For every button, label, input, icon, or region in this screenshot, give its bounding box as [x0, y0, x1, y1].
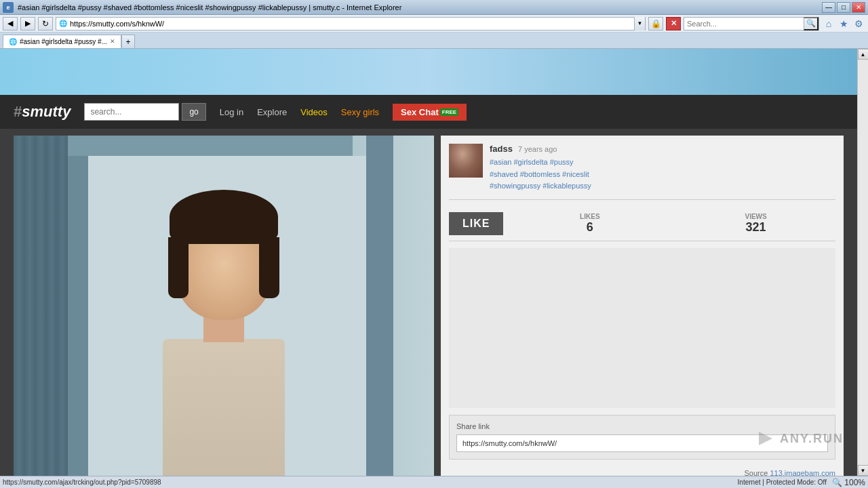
likes-stat: LIKES 6 [510, 213, 669, 235]
ie-icon: e [3, 2, 14, 13]
username[interactable]: fadss [490, 144, 513, 154]
avatar [449, 144, 483, 178]
zoom-icon[interactable]: 🔍 100% [832, 478, 865, 487]
stop-button[interactable]: ✕ [666, 17, 681, 30]
site-search-go-button[interactable]: go [182, 103, 205, 121]
site-nav: #smutty go Log in Explore Videos Sexy gi… [0, 95, 857, 129]
post-time: 7 years ago [518, 145, 557, 153]
content-middle [449, 248, 835, 408]
user-name-row: fadss 7 years ago [490, 144, 835, 154]
site-logo[interactable]: #smutty [14, 103, 71, 121]
scroll-down-button[interactable]: ▼ [858, 465, 869, 476]
sex-chat-button[interactable]: Sex Chat FREE [393, 104, 467, 121]
right-panel: fadss 7 years ago #asian #girlsdelta #pu… [441, 136, 844, 476]
refresh-button[interactable]: ↻ [38, 17, 53, 30]
site-search: go [84, 103, 205, 121]
address-input[interactable] [70, 20, 634, 28]
login-link[interactable]: Log in [220, 107, 243, 117]
logo-hash: # [14, 103, 22, 120]
image-container [14, 136, 434, 476]
tag-asian[interactable]: #asian [490, 158, 511, 166]
likes-label: LIKES [510, 213, 669, 220]
explore-link[interactable]: Explore [257, 107, 287, 117]
stats-row: LIKE LIKES 6 VIEWS 321 [449, 207, 835, 241]
anyrun-watermark: ANY.RUN [755, 428, 844, 449]
like-button[interactable]: LIKE [449, 212, 503, 235]
main-area: fadss 7 years ago #asian #girlsdelta #pu… [0, 129, 857, 476]
source-link[interactable]: 113.imagebam.com [770, 469, 835, 476]
title-bar-left: e #asian #girlsdelta #pussy #shaved #bot… [3, 2, 401, 13]
tab-bar: 🌐 #asian #girlsdelta #pussy #... ✕ + [0, 33, 868, 49]
tab-close-button[interactable]: ✕ [110, 38, 115, 45]
views-value: 321 [676, 220, 835, 235]
logo-name: smutty [22, 103, 71, 120]
site-search-input[interactable] [84, 103, 179, 121]
likes-value: 6 [510, 220, 669, 235]
post-tags: #asian #girlsdelta #pussy #shaved #botto… [490, 157, 835, 192]
status-url: https://smutty.com/ajax/trcking/out.php?… [3, 479, 738, 486]
tag-showingpussy[interactable]: #showingpussy [490, 182, 540, 190]
back-button[interactable]: ◀ [3, 17, 18, 30]
svg-marker-0 [759, 432, 772, 445]
sexy-girls-link[interactable]: Sexy girls [341, 107, 379, 117]
page-scrollbar[interactable]: ▲ ▼ [857, 49, 868, 476]
window-title: #asian #girlsdelta #pussy #shaved #botto… [18, 3, 401, 12]
tag-niceslit[interactable]: #niceslit [562, 170, 589, 178]
title-bar: e #asian #girlsdelta #pussy #shaved #bot… [0, 0, 868, 15]
favorites-icon[interactable]: ★ [837, 17, 850, 30]
ie-search-input[interactable] [684, 20, 804, 28]
ie-search-button[interactable]: 🔍 [804, 17, 818, 30]
new-tab-button[interactable]: + [121, 35, 135, 48]
ie-nav-icons: ⌂ ★ ⚙ [822, 17, 865, 30]
status-right: Internet | Protected Mode: Off 🔍 100% [738, 478, 865, 487]
videos-link[interactable]: Videos [300, 107, 328, 117]
post-image [14, 136, 434, 476]
tag-girlsdelta[interactable]: #girlsdelta [513, 158, 547, 166]
anyrun-logo-icon [755, 428, 776, 449]
source-text: Source [744, 469, 768, 476]
views-stat: VIEWS 321 [676, 213, 835, 235]
tag-lickablepussy[interactable]: #lickablepussy [542, 182, 591, 190]
tab-active[interactable]: 🌐 #asian #girlsdelta #pussy #... ✕ [3, 35, 121, 48]
forward-button[interactable]: ▶ [20, 17, 35, 30]
home-icon[interactable]: ⌂ [822, 17, 835, 30]
minimize-button[interactable]: — [822, 2, 835, 13]
user-details: fadss 7 years ago #asian #girlsdelta #pu… [490, 144, 835, 192]
tag-shaved[interactable]: #shaved [490, 170, 518, 178]
sex-chat-label: Sex Chat [401, 107, 439, 117]
source-line: Source 113.imagebam.com [449, 466, 835, 476]
ie-toolbar: ◀ ▶ ↻ 🌐 ▼ 🔒 ✕ 🔍 ⌂ ★ ⚙ [0, 15, 868, 33]
tab-label: #asian #girlsdelta #pussy #... [20, 38, 107, 45]
address-dropdown[interactable]: ▼ [634, 17, 645, 30]
status-bar: https://smutty.com/ajax/trcking/out.php?… [0, 476, 868, 488]
search-box: 🔍 [684, 17, 819, 30]
user-info: fadss 7 years ago #asian #girlsdelta #pu… [449, 144, 835, 200]
views-label: VIEWS [676, 213, 835, 220]
close-button[interactable]: ✕ [852, 2, 865, 13]
scroll-up-button[interactable]: ▲ [858, 49, 869, 60]
security-lock-button[interactable]: 🔒 [648, 17, 663, 30]
address-icon: 🌐 [56, 20, 70, 27]
tab-favicon: 🌐 [9, 38, 17, 45]
settings-icon[interactable]: ⚙ [852, 17, 865, 30]
address-bar[interactable]: 🌐 ▼ [56, 17, 646, 30]
page-content: #smutty go Log in Explore Videos Sexy gi… [0, 49, 857, 476]
status-zone: Internet | Protected Mode: Off [738, 479, 827, 486]
tag-bottomless[interactable]: #bottomless [520, 170, 560, 178]
ad-banner [0, 49, 857, 95]
free-badge: FREE [440, 108, 458, 116]
window-controls: — □ ✕ [822, 2, 865, 13]
anyrun-text: ANY.RUN [780, 432, 844, 446]
tag-pussy[interactable]: #pussy [550, 158, 574, 166]
maximize-button[interactable]: □ [837, 2, 850, 13]
